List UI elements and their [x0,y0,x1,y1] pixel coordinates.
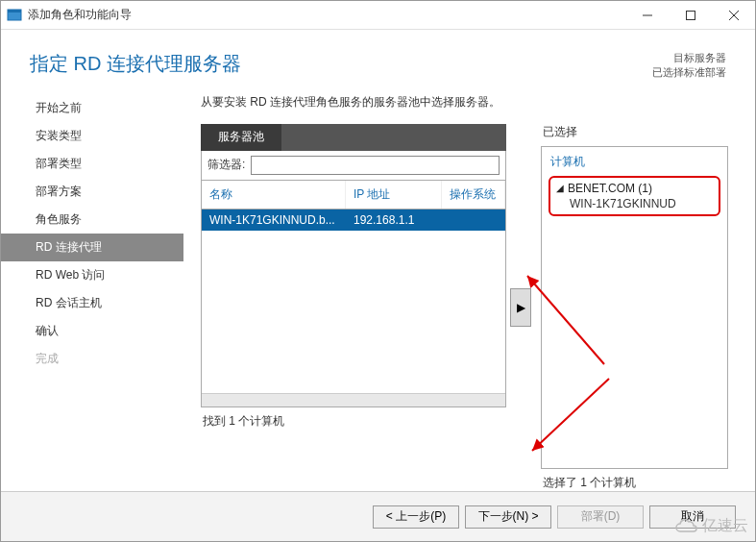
nav-rd-broker[interactable]: RD 连接代理 [1,234,183,261]
add-button[interactable]: ▶ [510,288,531,327]
nav-complete: 完成 [1,345,183,373]
cell-ip: 192.168.1.1 [346,209,442,231]
wizard-window: 添加角色和功能向导 指定 RD 连接代理服务器 目标服务器 已选择标准部署 开始… [0,0,756,542]
pane-row: 服务器池 筛选器: 名称 IP 地址 操作系统 [201,124,728,491]
instruction-text: 从要安装 RD 连接代理角色服务的服务器池中选择服务器。 [201,94,728,111]
deployment-label: 已选择标准部署 [652,65,726,80]
table-body[interactable]: WIN-1K71GKINNUD.b... 192.168.1.1 [201,209,506,407]
nav-deploy-scenario[interactable]: 部署方案 [1,178,183,206]
titlebar: 添加角色和功能向导 [1,1,755,30]
cell-os [442,209,505,231]
nav-confirm[interactable]: 确认 [1,317,183,345]
table-header: 名称 IP 地址 操作系统 [201,181,506,209]
content: 指定 RD 连接代理服务器 目标服务器 已选择标准部署 开始之前 安装类型 部署… [1,30,755,541]
server-pool-pane: 服务器池 筛选器: 名称 IP 地址 操作系统 [201,124,506,491]
pool-tab-bar: 服务器池 [201,124,506,151]
selected-box[interactable]: 计算机 ◢ BENET.COM (1) WIN-1K71GKINNUD [541,146,728,469]
col-name[interactable]: 名称 [202,181,346,209]
footer: < 上一步(P) 下一步(N) > 部署(D) 取消 [1,491,755,541]
move-column: ▶ [506,124,535,491]
app-icon [7,8,22,23]
col-os[interactable]: 操作系统 [442,181,505,209]
horizontal-scrollbar[interactable] [202,393,505,406]
filter-row: 筛选器: [201,151,506,181]
group-label: BENET.COM (1) [568,182,652,195]
target-server-label: 目标服务器 [652,51,726,65]
filter-input[interactable] [251,156,500,175]
selected-group[interactable]: ◢ BENET.COM (1) [556,182,713,195]
header: 指定 RD 连接代理服务器 目标服务器 已选择标准部署 [1,30,755,94]
header-right: 目标服务器 已选择标准部署 [652,51,726,81]
sidebar: 开始之前 安装类型 部署类型 部署方案 角色服务 RD 连接代理 RD Web … [1,94,183,491]
nav-deploy-type[interactable]: 部署类型 [1,150,183,178]
main: 从要安装 RD 连接代理角色服务的服务器池中选择服务器。 服务器池 筛选器: 名… [183,94,755,491]
svg-rect-3 [686,11,695,19]
selected-item[interactable]: WIN-1K71GKINNUD [556,195,713,210]
watermark: 亿速云 [673,516,748,536]
window-controls [625,1,755,30]
body: 开始之前 安装类型 部署类型 部署方案 角色服务 RD 连接代理 RD Web … [1,94,755,491]
close-button[interactable] [712,1,755,30]
nav-rd-session-host[interactable]: RD 会话主机 [1,289,183,317]
right-caption: 选择了 1 个计算机 [541,469,728,491]
selected-head: 计算机 [547,152,722,176]
selected-pane: 已选择 计算机 ◢ BENET.COM (1) WIN-1K71GKINNUD [541,124,728,491]
cloud-icon [673,518,698,535]
deploy-button: 部署(D) [557,505,644,529]
page-title: 指定 RD 连接代理服务器 [30,51,241,77]
prev-button[interactable]: < 上一步(P) [373,505,459,529]
nav-role-services[interactable]: 角色服务 [1,206,183,234]
maximize-button[interactable] [669,1,712,30]
expand-icon: ◢ [556,183,564,193]
nav-rd-web[interactable]: RD Web 访问 [1,261,183,289]
left-caption: 找到 1 个计算机 [201,407,506,430]
selected-title: 已选择 [541,124,728,140]
filter-label: 筛选器: [207,157,245,173]
nav-install-type[interactable]: 安装类型 [1,122,183,150]
col-ip[interactable]: IP 地址 [346,181,442,209]
nav-before-begin[interactable]: 开始之前 [1,94,183,122]
selected-highlight: ◢ BENET.COM (1) WIN-1K71GKINNUD [549,176,720,216]
minimize-button[interactable] [625,1,669,30]
watermark-text: 亿速云 [702,516,748,536]
next-button[interactable]: 下一步(N) > [465,505,551,529]
table-row[interactable]: WIN-1K71GKINNUD.b... 192.168.1.1 [202,209,505,231]
cell-name: WIN-1K71GKINNUD.b... [202,209,346,231]
window-title: 添加角色和功能向导 [28,7,625,23]
triangle-right-icon: ▶ [517,301,525,314]
pool-tab[interactable]: 服务器池 [201,124,281,151]
svg-rect-1 [8,10,21,12]
